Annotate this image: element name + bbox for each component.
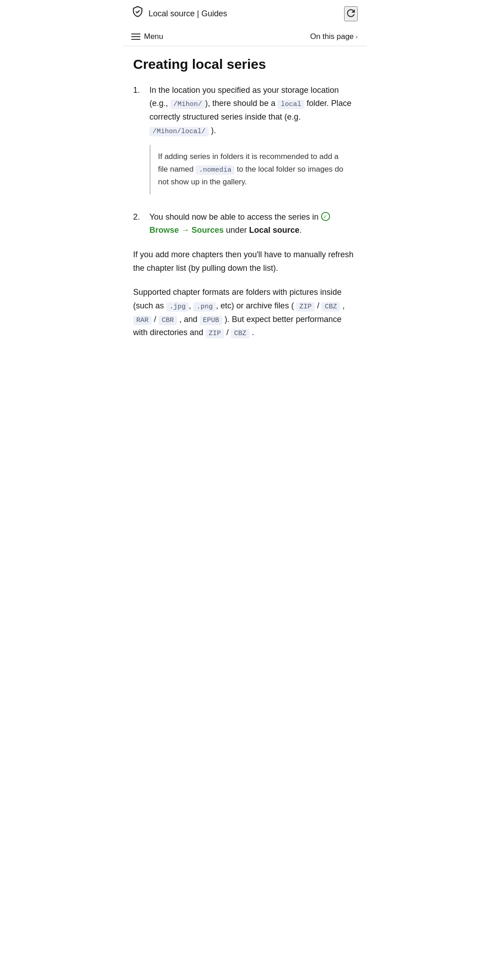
step-2-text-end: . — [299, 226, 302, 235]
top-bar: Local source | Guides — [122, 0, 367, 28]
formats-text-after: , and — [177, 315, 200, 324]
nav-bar: Menu On this page › — [122, 28, 367, 46]
code-epub: EPUB — [200, 316, 222, 325]
arrow-icon: → — [179, 226, 192, 235]
code-local: local — [278, 100, 304, 109]
code-jpg: .jpg — [166, 302, 189, 312]
menu-button[interactable]: Menu — [131, 32, 163, 41]
code-cbz-2: CBZ — [231, 329, 249, 338]
step-1-number: 1. — [133, 84, 146, 97]
step-2-text-before: You should now be able to access the ser… — [149, 212, 321, 221]
code-cbr: CBR — [158, 316, 177, 325]
code-mihon: /Mihon/ — [170, 100, 205, 109]
paragraph-formats: Supported chapter formats are folders wi… — [133, 286, 356, 340]
formats-text-mid: , etc) or archive files ( — [216, 301, 296, 310]
shield-icon — [131, 5, 144, 22]
code-png: .png — [193, 302, 216, 312]
top-bar-left: Local source | Guides — [131, 5, 227, 22]
code-nomedia: .nomedia — [196, 165, 235, 175]
formats-slash-3: / — [224, 328, 231, 337]
step-2-content: You should now be able to access the ser… — [149, 211, 356, 237]
formats-slash-2: / — [152, 315, 158, 324]
step-2-text-mid: under — [224, 226, 249, 235]
code-mihon-local: /Mihon/local/ — [149, 127, 209, 136]
browse-link[interactable]: Browse — [149, 226, 179, 235]
step-2-number: 2. — [133, 211, 146, 224]
step-1: 1. In the location you specified as your… — [133, 84, 356, 202]
code-zip-2: ZIP — [206, 329, 224, 338]
step-1-text-end: ). — [209, 126, 216, 135]
step-1-text-mid: ), there should be a — [205, 99, 278, 108]
hamburger-icon — [131, 34, 140, 40]
page-heading: Creating local series — [133, 55, 356, 73]
on-this-page-label: On this page — [310, 32, 354, 41]
chevron-right-icon: › — [355, 33, 358, 40]
paragraph-refresh: If you add more chapters then you'll hav… — [133, 248, 356, 275]
on-this-page-button[interactable]: On this page › — [310, 32, 358, 41]
code-zip: ZIP — [296, 302, 315, 312]
local-source-text: Local source — [249, 226, 299, 235]
formats-slash-1: / — [315, 301, 321, 310]
formats-dot: . — [249, 328, 254, 337]
formats-comma-2: , — [340, 301, 345, 310]
steps-list: 1. In the location you specified as your… — [133, 84, 356, 237]
sources-link[interactable]: Sources — [192, 226, 224, 235]
formats-comma-1: , — [189, 301, 193, 310]
blockquote: If adding series in folders it is recomm… — [149, 145, 356, 194]
menu-label: Menu — [144, 32, 163, 41]
step-1-content: In the location you specified as your st… — [149, 84, 356, 202]
code-cbz: CBZ — [321, 302, 340, 312]
refresh-button[interactable] — [344, 6, 358, 21]
code-rar: RAR — [133, 316, 152, 325]
step-2: 2. You should now be able to access the … — [133, 211, 356, 237]
main-content: Creating local series 1. In the location… — [122, 46, 367, 369]
page-title: Local source | Guides — [149, 7, 227, 20]
browse-check-icon — [321, 212, 330, 221]
